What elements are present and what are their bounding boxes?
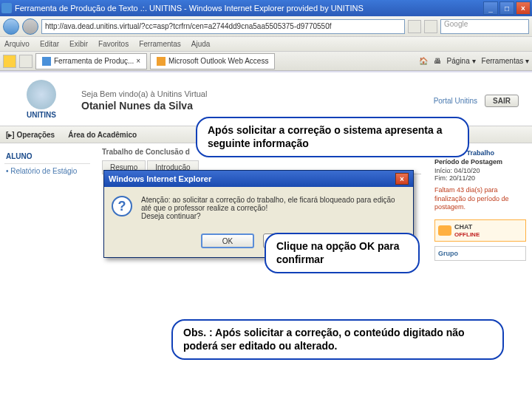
nav-operacoes[interactable]: [▸] Operações [6, 131, 55, 139]
browser-toolbar: http://ava.dead.unitins.virtual/?cc=asp?… [0, 16, 532, 37]
minimize-button[interactable]: _ [483, 1, 498, 15]
home-icon[interactable]: 🏠 [419, 57, 428, 65]
periodo-heading: Período de Postagem [434, 158, 526, 166]
chat-label: CHAT [454, 223, 472, 231]
browser-tabbar: Ferramenta de Produç... × Microsoft Outl… [0, 52, 532, 71]
window-titlebar: Ferramenta de Produção de Texto .:. UNIT… [0, 0, 532, 16]
dialog-message: Atenção: ao solicitar a correção do trab… [141, 196, 406, 212]
tab-1-label: Ferramenta de Produç... × [54, 57, 140, 65]
tab-1[interactable]: Ferramenta de Produç... × [35, 53, 147, 69]
ok-button[interactable]: OK [201, 233, 254, 248]
dialog-confirm: Deseja continuar? [141, 212, 406, 220]
forward-button[interactable] [22, 18, 38, 35]
callout-3: Obs. : Após solicitar a correção, o cont… [171, 319, 504, 360]
menu-favoritos[interactable]: Favoritos [98, 40, 129, 48]
sair-button[interactable]: SAIR [485, 95, 519, 107]
chat-status: OFFLINE [454, 231, 480, 238]
username-text: Otaniel Nunes da Silva [81, 100, 207, 112]
maximize-button[interactable]: □ [499, 1, 514, 15]
unitins-logo: UNITINS [13, 80, 69, 121]
address-bar[interactable]: http://ava.dead.unitins.virtual/?cc=asp?… [41, 19, 405, 34]
menu-editar[interactable]: Editar [40, 40, 59, 48]
menu-exibir[interactable]: Exibir [69, 40, 88, 48]
menu-bar: Arquivo Editar Exibir Favoritos Ferramen… [0, 37, 532, 52]
ferramentas-menu[interactable]: Ferramentas ▾ [482, 57, 529, 65]
nav-area[interactable]: Área do Acadêmico [68, 131, 137, 139]
back-button[interactable] [3, 18, 19, 35]
favicon-icon [42, 57, 51, 66]
grupo-box[interactable]: Grupo [434, 246, 526, 261]
pagina-menu[interactable]: Página ▾ [447, 57, 476, 65]
sidebar: ALUNO • Relatório de Estágio [0, 143, 95, 267]
chat-box[interactable]: CHATOFFLINE [434, 219, 526, 242]
refresh-button[interactable] [408, 20, 421, 33]
window-title: Ferramenta de Produção de Texto .:. UNIT… [15, 4, 364, 13]
menu-ajuda[interactable]: Ajuda [191, 40, 211, 48]
dialog-close-button[interactable]: × [395, 173, 409, 185]
dialog-title-text: Windows Internet Explorer [109, 174, 211, 183]
callout-2: Clique na opção OK para confirmar [265, 233, 420, 273]
sidebar-relatorio[interactable]: • Relatório de Estágio [4, 164, 90, 178]
portal-link[interactable]: Portal Unitins [434, 97, 477, 105]
right-column: Dados do Trabalho Período de Postagem In… [429, 143, 532, 267]
fim-text: Fim: 20/11/20 [434, 174, 526, 182]
welcome-text: Seja Bem vindo(a) à Unitins Virtual [81, 89, 207, 98]
question-icon: ? [112, 196, 132, 216]
addfav-icon[interactable] [19, 55, 33, 68]
tab-2[interactable]: Microsoft Outlook Web Access [150, 53, 275, 69]
dialog-titlebar: Windows Internet Explorer × [104, 171, 413, 187]
stop-button[interactable] [424, 20, 437, 33]
menu-arquivo[interactable]: Arquivo [4, 40, 30, 48]
favorites-icon[interactable] [3, 55, 16, 68]
search-box[interactable]: Google [440, 19, 529, 34]
chat-icon [438, 225, 451, 236]
sidebar-aluno[interactable]: ALUNO [4, 149, 90, 164]
close-button[interactable]: × [516, 1, 531, 15]
menu-ferramentas[interactable]: Ferramentas [139, 40, 181, 48]
print-icon[interactable]: 🖶 [434, 57, 441, 65]
inicio-text: Início: 04/10/20 [434, 167, 526, 174]
tab-2-label: Microsoft Outlook Web Access [168, 57, 268, 65]
favicon-icon [157, 57, 166, 66]
callout-1: Após solicitar a correção o sistema apre… [196, 117, 469, 157]
warning-text: Faltam 43 dia(s) para finalização do per… [434, 186, 526, 212]
ie-icon [1, 3, 12, 13]
url-text: http://ava.dead.unitins.virtual/?cc=asp?… [45, 22, 332, 30]
